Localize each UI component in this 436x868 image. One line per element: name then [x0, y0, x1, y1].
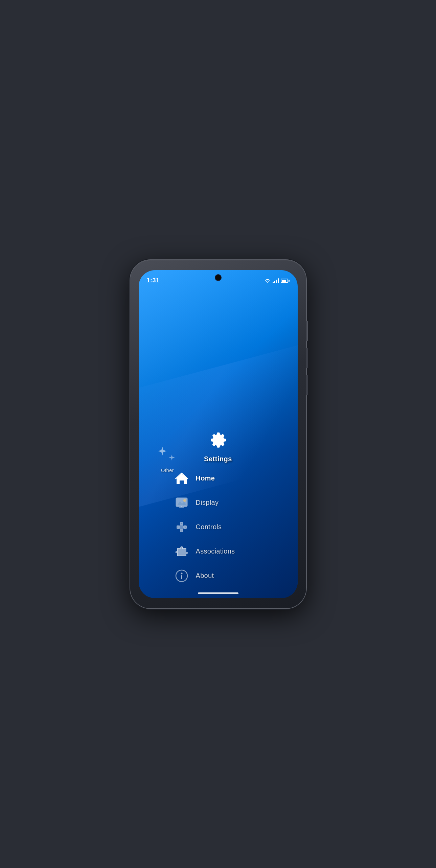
settings-label: Settings — [204, 455, 232, 463]
svg-rect-16 — [181, 575, 182, 579]
about-label: About — [196, 572, 214, 580]
camera-notch — [215, 275, 221, 280]
svg-rect-9 — [180, 525, 183, 529]
display-icon — [174, 495, 189, 510]
display-label: Display — [196, 499, 219, 507]
display-nav-item[interactable]: Display — [171, 491, 266, 515]
home-icon — [174, 471, 189, 486]
other-label: Other — [161, 467, 174, 473]
status-time: 1:31 — [147, 277, 160, 284]
other-menu-item[interactable]: Other — [156, 445, 179, 473]
about-nav-item[interactable]: About — [171, 564, 266, 588]
associations-icon — [174, 544, 189, 559]
wifi-icon — [265, 278, 271, 283]
home-label: Home — [196, 474, 215, 482]
about-icon — [174, 568, 189, 583]
svg-point-15 — [181, 572, 182, 574]
settings-gear-icon — [206, 428, 230, 452]
home-nav-item[interactable]: Home — [171, 466, 266, 491]
controls-icon — [174, 520, 189, 535]
controls-label: Controls — [196, 523, 222, 531]
home-bar — [198, 592, 238, 594]
signal-icon — [273, 278, 279, 283]
main-content: Other Settings — [139, 287, 298, 598]
battery-icon — [281, 279, 290, 283]
associations-nav-item[interactable]: Associations — [171, 539, 266, 564]
svg-point-2 — [183, 499, 186, 502]
status-icons — [265, 278, 290, 283]
phone-screen: 1:31 — [139, 270, 298, 598]
sparkle-icon — [156, 445, 179, 465]
svg-rect-0 — [176, 498, 187, 507]
settings-menu-item[interactable]: Settings — [204, 428, 232, 463]
controls-nav-item[interactable]: Controls — [171, 515, 266, 539]
phone-frame: 1:31 — [130, 260, 306, 608]
associations-label: Associations — [196, 547, 235, 555]
